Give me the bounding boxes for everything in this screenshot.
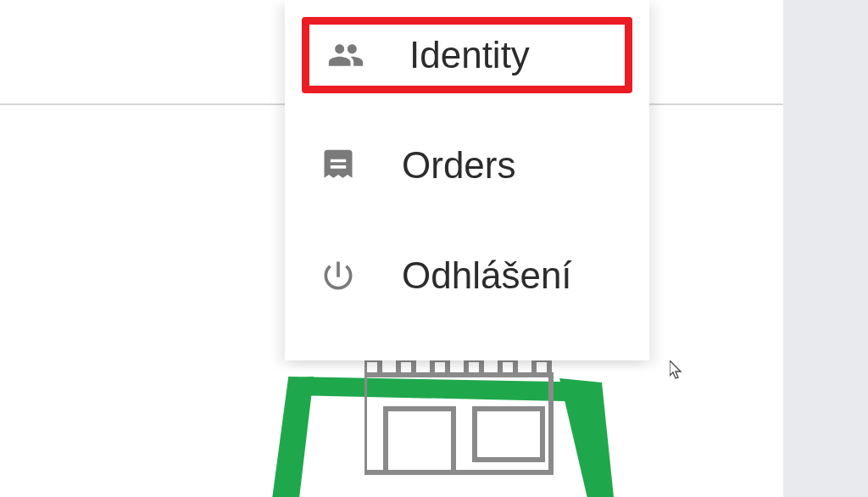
power-icon [317,254,359,297]
menu-item-label: Identity [409,34,530,76]
people-icon [325,34,367,76]
dropdown-menu: Identity Orders Odhlášení [285,0,649,360]
svg-rect-0 [364,375,551,472]
menu-item-identity[interactable]: Identity [302,17,632,93]
svg-rect-1 [386,409,453,472]
mouse-cursor-icon [670,360,685,383]
menu-item-label: Orders [402,144,515,187]
menu-item-orders[interactable]: Orders [302,127,632,204]
background-sketch [263,353,636,497]
menu-item-label: Odhlášení [402,254,572,297]
menu-item-logout[interactable]: Odhlášení [302,237,632,314]
right-sidebar-area [783,0,868,497]
svg-rect-2 [475,409,542,460]
receipt-icon [317,144,359,187]
